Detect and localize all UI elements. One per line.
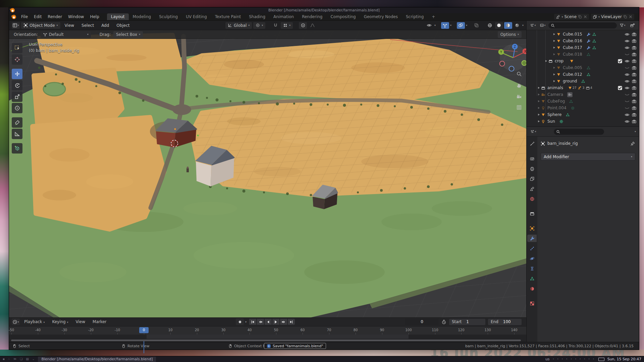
tab-object[interactable] xyxy=(527,225,537,232)
outliner-row-point004[interactable]: Point.004 xyxy=(527,105,639,111)
mode-dropdown[interactable]: Object Mode ▾ xyxy=(21,22,60,29)
scene-canvas[interactable] xyxy=(9,21,526,317)
timeline-menu-marker[interactable]: Marker xyxy=(90,319,109,325)
hide-eye-closed-icon[interactable] xyxy=(625,92,630,97)
outliner-row-cube015[interactable]: Cube.015 xyxy=(527,31,639,38)
shading-wireframe-button[interactable] xyxy=(486,22,494,29)
tab-particles[interactable] xyxy=(527,245,537,252)
menu-help[interactable]: Help xyxy=(87,14,102,20)
properties-search-input[interactable] xyxy=(554,129,604,135)
tab-compositing[interactable]: Compositing xyxy=(326,13,360,20)
tool-scale[interactable] xyxy=(12,92,22,102)
outliner-row-cube017[interactable]: Cube.017 xyxy=(527,44,639,51)
hide-eye-icon[interactable] xyxy=(625,79,630,84)
hide-eye-icon[interactable] xyxy=(625,85,630,90)
menu-render[interactable]: Render xyxy=(45,14,65,20)
render-camera-icon[interactable] xyxy=(632,45,637,50)
point-light-data-icon[interactable] xyxy=(571,106,575,110)
outliner-filter-type-button[interactable]: ▾ xyxy=(539,22,547,29)
outliner-row-cube018[interactable]: Cube.018 xyxy=(527,51,639,58)
outliner-row-sphere[interactable]: Sphere xyxy=(527,111,639,118)
timeline-editor-type-button[interactable]: ▾ xyxy=(12,318,20,325)
timeline-menu-keying[interactable]: Keying ▾ xyxy=(49,319,71,325)
render-camera-icon[interactable] xyxy=(632,85,637,90)
titlebar[interactable]: Blender [/home/amalie/Desktop/blender/fa… xyxy=(9,7,639,13)
hide-eye-closed-icon[interactable] xyxy=(625,65,630,70)
jump-to-start-button[interactable] xyxy=(249,319,256,325)
menu-file[interactable]: File xyxy=(18,14,31,20)
add-workspace-button[interactable]: + xyxy=(428,13,439,20)
taskbar-clock[interactable]: Sun, 15 Sep 20:47 xyxy=(607,357,641,361)
view-layer-selector[interactable]: ▾ ViewLayer xyxy=(591,14,634,20)
outliner-row-animals[interactable]: animals 27 3 4 xyxy=(527,84,639,91)
pin-icon[interactable] xyxy=(630,141,635,146)
pager-icon[interactable]: ∴ xyxy=(8,358,10,361)
hide-eye-icon[interactable] xyxy=(625,45,630,50)
new-scene-icon[interactable] xyxy=(578,15,582,19)
tab-constraints[interactable] xyxy=(527,265,537,272)
collection-checkbox[interactable] xyxy=(618,85,623,90)
play-button[interactable] xyxy=(272,319,279,325)
tool-annotate[interactable] xyxy=(12,117,22,128)
tab-material[interactable] xyxy=(527,285,537,292)
hide-tray-icon[interactable]: ⌄ xyxy=(32,358,35,361)
outliner-row-crop[interactable]: crop xyxy=(527,58,639,64)
mesh-data-icon[interactable] xyxy=(581,79,585,83)
scrollbar-thumb[interactable] xyxy=(11,340,521,341)
tab-scripting[interactable]: Scripting xyxy=(402,13,428,20)
proportional-editing-button[interactable] xyxy=(299,22,307,29)
mesh-data-icon[interactable] xyxy=(592,46,596,50)
pan-view-hand-icon[interactable] xyxy=(516,83,522,88)
tab-rendering[interactable]: Rendering xyxy=(298,13,326,20)
tab-collection[interactable] xyxy=(527,210,537,217)
render-camera-icon[interactable] xyxy=(632,99,637,104)
viewport-menu-view[interactable]: View xyxy=(62,22,77,28)
object-visibility-button[interactable] xyxy=(425,22,433,29)
taskbar-window-button[interactable]: Blender [/home/amalie/Desktop/blender/fa… xyxy=(38,357,156,362)
xray-toggle-button[interactable] xyxy=(473,22,481,29)
orthographic-toggle-icon[interactable] xyxy=(516,105,522,110)
mesh-data-icon[interactable] xyxy=(566,113,570,117)
mesh-data-icon[interactable] xyxy=(586,66,591,70)
render-camera-icon[interactable] xyxy=(632,39,637,44)
modifier-wrench-icon[interactable] xyxy=(586,39,591,43)
scene-selector[interactable]: ▾ Scene xyxy=(554,14,589,20)
tab-modifiers[interactable] xyxy=(527,235,537,242)
next-keyframe-button[interactable] xyxy=(280,319,287,325)
zoom-view-icon[interactable] xyxy=(516,71,522,77)
tray-arrow-icon[interactable]: ≫ xyxy=(13,358,16,361)
tab-world[interactable] xyxy=(527,195,537,202)
viewport-3d[interactable]: ▾ Object Mode ▾ View Select Add Object xyxy=(9,21,526,317)
auto-keying-button[interactable] xyxy=(236,318,244,325)
outliner-search-input[interactable] xyxy=(548,22,617,28)
tool-transform[interactable] xyxy=(12,103,22,113)
tab-shading[interactable]: Shading xyxy=(245,13,269,20)
outliner-row-ground[interactable]: ground xyxy=(527,78,639,84)
chevron-down-icon[interactable]: ▾ xyxy=(635,130,636,133)
snap-toggle-button[interactable] xyxy=(271,22,279,29)
properties-editor-type-button[interactable]: ▾ xyxy=(529,128,537,135)
blender-menu-icon[interactable] xyxy=(12,15,16,19)
new-view-layer-icon[interactable] xyxy=(623,15,627,19)
timeline-scrollbar[interactable] xyxy=(9,339,526,342)
tab-object-data[interactable] xyxy=(527,275,537,282)
hide-eye-closed-icon[interactable] xyxy=(625,99,630,104)
timeline-ruler[interactable]: -50 -40 -30 -20 -10 10 20 30 40 50 60 70… xyxy=(9,326,526,335)
outliner-row-cube012[interactable]: Cube.012 xyxy=(527,71,639,78)
render-camera-disabled-icon[interactable] xyxy=(632,92,637,97)
tab-modeling[interactable]: Modeling xyxy=(129,13,155,20)
windows-icon[interactable]: ❏ xyxy=(20,358,22,361)
viewport-menu-object[interactable]: Object xyxy=(113,22,132,28)
tool-measure[interactable] xyxy=(12,129,22,139)
tab-render[interactable] xyxy=(527,155,537,162)
outliner-display-mode-button[interactable]: ▾ xyxy=(529,22,537,29)
mesh-data-icon[interactable] xyxy=(586,52,591,57)
hide-eye-icon[interactable] xyxy=(625,119,630,124)
small-figure[interactable] xyxy=(186,167,189,172)
render-camera-icon[interactable] xyxy=(632,65,637,70)
frame-start-field[interactable]: Start1 xyxy=(449,319,485,325)
render-camera-icon[interactable] xyxy=(632,112,637,117)
tool-select-box[interactable] xyxy=(12,43,22,53)
hide-eye-icon[interactable] xyxy=(625,112,630,117)
snap-target-dropdown[interactable]: ▾ xyxy=(281,22,293,29)
